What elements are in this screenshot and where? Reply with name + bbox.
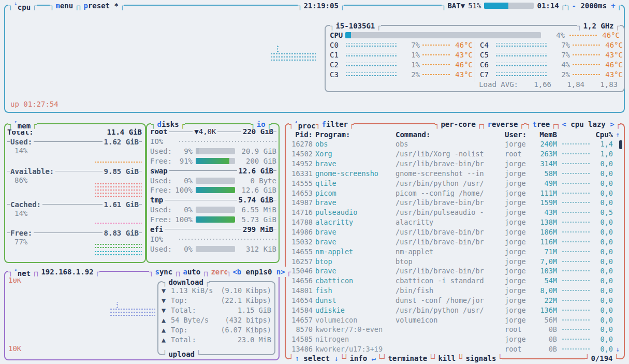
disks-box-title[interactable]: ┐disks┌ xyxy=(151,119,185,129)
disk-root-free-row: Free:91%200 GiB xyxy=(150,156,276,166)
preset-button[interactable]: ┐preset *┌ xyxy=(78,1,124,11)
process-program: volumeicon xyxy=(315,316,393,324)
net-stat-label: Top: xyxy=(171,326,188,334)
process-cpu-graph-cell xyxy=(560,152,591,155)
process-cpu: 0,0 xyxy=(593,345,613,353)
process-cpu-graph xyxy=(562,289,591,292)
disks-io-toggle[interactable]: ┐io┌ xyxy=(251,119,271,129)
mem-box-title[interactable]: ┐²mem┌ xyxy=(8,119,37,129)
net-stat-value: 23.0 MiB xyxy=(196,336,271,344)
process-row[interactable]: 13486kworker/u17:3+i9root0B0,0↓ xyxy=(289,344,622,354)
net-sync-toggle[interactable]: ┐sync┌ xyxy=(149,267,179,277)
core-column-divider xyxy=(475,41,475,82)
process-user: jorge xyxy=(505,335,531,343)
filter-button[interactable]: ┐filter┌ xyxy=(316,119,354,129)
process-command: obs xyxy=(396,140,502,148)
process-cpu: 0,0 xyxy=(593,189,613,197)
process-cpu: 1,0 xyxy=(593,150,613,158)
net-box-number: ³ xyxy=(14,268,17,273)
process-row[interactable]: 14716pulseaudio/usr/bin/pulseaudio -jorg… xyxy=(289,208,622,217)
column-command[interactable]: Command: xyxy=(396,130,502,139)
info-button[interactable]: ┘info ↵└ xyxy=(344,353,382,363)
process-row[interactable]: 14801fish/bin/fishjorge8,0M0,0 xyxy=(289,286,622,296)
next-interface-button[interactable]: n> xyxy=(276,268,285,276)
core-temp: 46°C xyxy=(453,41,473,49)
cpu-box: ┐¹cpu┌ ┐menu┌ ┐preset *┌ ┐21:19:05┌ ┐ BA… xyxy=(4,5,625,113)
menu-button[interactable]: ┐menu┌ xyxy=(50,1,79,11)
process-row[interactable]: 16278obsobsjorge240M1,4 xyxy=(289,139,622,149)
reverse-toggle[interactable]: ┐reverse┌ xyxy=(481,119,524,129)
mem-used-graph xyxy=(94,161,142,164)
sort-prev-button[interactable]: < xyxy=(562,120,566,128)
process-row[interactable]: 14657volumeiconvolumeiconjorge56M0,0 xyxy=(289,315,622,325)
process-row[interactable]: 15032brave/usr/lib/brave-bin/brjorge116M… xyxy=(289,237,622,246)
process-row[interactable]: 8570kworker/7:0-evenroot0B0,0 xyxy=(289,325,622,334)
process-row[interactable]: 14502Xorg/usr/lib/Xorg -nolistroot263M1,… xyxy=(289,149,622,159)
signals-button[interactable]: ┘signals└ xyxy=(460,353,502,363)
cpu-core-row: C57%43°C xyxy=(480,50,623,60)
process-command: /usr/lib/brave-bin/br xyxy=(396,228,502,236)
net-ip-address: ┐192.168.1.92┌ xyxy=(35,267,99,277)
process-row[interactable]: 15046brave/usr/lib/brave-bin/brjorge103M… xyxy=(289,266,622,276)
scrollbar-thumb[interactable] xyxy=(619,140,622,149)
sort-selector[interactable]: ┐< cpu lazy >┌ xyxy=(556,119,620,129)
disk-tmp-free-row: Free:100%5.73 GiB xyxy=(150,215,276,225)
process-user: jorge xyxy=(505,228,531,236)
process-cpu-graph xyxy=(562,347,591,351)
process-pid: 14653 xyxy=(289,189,313,197)
upload-arrow-icon: ▲ xyxy=(162,316,171,324)
interval-increase-button[interactable]: + xyxy=(611,2,615,10)
column-program[interactable]: Program: xyxy=(315,130,393,139)
process-row[interactable]: 16257btopbtopjorge7,0M0,0 xyxy=(289,256,622,266)
proc-box: ┐⁴proc┌ ┐filter┌ ┐per-core┌ ┐reverse┌ ┐t… xyxy=(285,123,625,359)
process-program: fish xyxy=(315,286,393,295)
net-stat-label: 54 Byte/s xyxy=(171,316,209,324)
core-label: C0 xyxy=(330,41,343,49)
scroll-down-icon[interactable]: ↓ xyxy=(334,354,338,362)
cpu-model-label: ┐i5-1035G1┌ xyxy=(330,21,381,31)
core-usage-graph xyxy=(345,72,397,77)
process-row[interactable]: 14585nitrogenjorge0B0,0 xyxy=(289,334,622,344)
process-row[interactable]: 14656cbatticoncbatticon -i standardjorge… xyxy=(289,276,622,286)
sort-direction-icon[interactable]: ↑ xyxy=(616,130,622,139)
process-user: jorge xyxy=(505,247,531,256)
interval-decrease-button[interactable]: - xyxy=(572,2,576,10)
process-row[interactable]: 14654dunstdunst -conf /home/jorjorge22M0… xyxy=(289,296,622,305)
net-auto-toggle[interactable]: ┐auto┌ xyxy=(177,267,207,277)
proc-box-number: ⁴ xyxy=(295,121,297,126)
scroll-up-icon[interactable]: ↑ xyxy=(295,354,299,362)
per-core-toggle[interactable]: ┐per-core┌ xyxy=(435,119,481,129)
process-row[interactable]: 14584udiskie/usr/bin/python /usr/jorge13… xyxy=(289,305,622,315)
column-cpu[interactable]: Cpu% xyxy=(593,130,613,139)
process-row[interactable]: 14653picompicom --config /home/jorge111M… xyxy=(289,188,622,198)
process-program: btop xyxy=(315,257,393,266)
net-interface-selector[interactable]: ┐<b enp1s0 n>┌ xyxy=(227,267,291,277)
mem-free-row: Free:8.83 GiB xyxy=(7,228,142,238)
core-temp: 46°C xyxy=(453,61,473,69)
process-mem: 186M xyxy=(533,228,557,236)
process-row[interactable]: 14952brave/usr/lib/brave-bin/brjorge314M… xyxy=(289,159,622,169)
process-row[interactable]: 14655nm-appletnm-appletjorge71M0,0 xyxy=(289,246,622,256)
select-control[interactable]: ┘↑ select ↓└ xyxy=(289,353,344,363)
core-usage-percent: 2% xyxy=(549,70,570,79)
process-row[interactable]: 16331gnome-screenshognome-screenshot --i… xyxy=(289,169,622,179)
prev-interface-button[interactable]: <b xyxy=(232,268,241,276)
core-label: C4 xyxy=(480,41,493,49)
net-box-title[interactable]: ┐³net┌ xyxy=(8,267,37,277)
process-row[interactable]: 14788alacrittyalacrittyjorge138M0,0 xyxy=(289,217,622,227)
kill-button[interactable]: ┘kill└ xyxy=(432,353,462,363)
process-row[interactable]: 14986brave/usr/lib/brave-bin/brjorge186M… xyxy=(289,227,622,237)
process-mem: 159M xyxy=(533,198,557,207)
tree-toggle[interactable]: ┐tree┌ xyxy=(526,119,556,129)
column-mem[interactable]: MemB xyxy=(533,130,557,139)
terminate-button[interactable]: ┘terminate└ xyxy=(382,353,433,363)
process-row[interactable]: 14987brave/usr/lib/brave-bin/brjorge159M… xyxy=(289,198,622,208)
column-pid[interactable]: Pid: xyxy=(289,130,313,139)
sort-next-button[interactable]: > xyxy=(610,120,614,128)
cpu-box-title[interactable]: ┐¹cpu┌ xyxy=(8,1,37,11)
process-user: root xyxy=(505,345,531,353)
process-cpu: 0,0 xyxy=(593,276,613,285)
column-user[interactable]: User: xyxy=(505,130,531,139)
process-row[interactable]: 14555qtile/usr/bin/python /usr/jorge49M0… xyxy=(289,178,622,188)
process-cpu: 0,0 xyxy=(593,286,613,295)
